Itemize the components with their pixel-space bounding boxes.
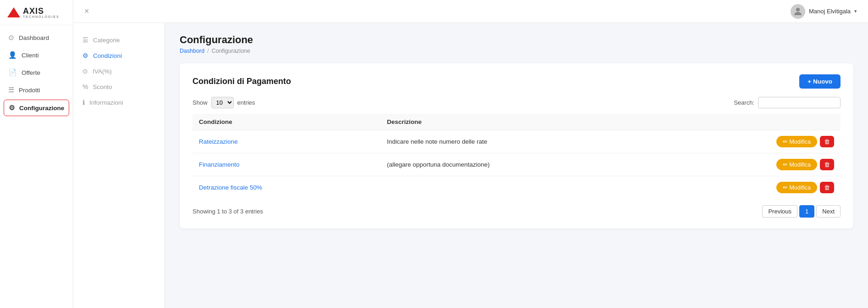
breadcrumb-current: Configurazione	[212, 48, 250, 54]
cell-actions: ✏ Modifica🗑	[666, 153, 841, 176]
entries-select[interactable]: 10 25 50	[211, 97, 234, 108]
cell-condizione: Detrazione fiscale 50%	[192, 176, 380, 199]
breadcrumb-separator: /	[207, 48, 209, 54]
sub-sidebar: ☰ Categorie ⚙ Condizioni ⊙ IVA(%) % Scon…	[73, 23, 165, 308]
prev-button[interactable]: Previous	[762, 205, 797, 218]
user-menu[interactable]: Manoj Elvitigala ▾	[791, 4, 857, 19]
sidebar-item-label: Prodotti	[19, 87, 40, 94]
iva-icon: ⊙	[82, 67, 88, 75]
condizioni-icon: ⚙	[82, 52, 88, 59]
cell-descrizione	[380, 176, 666, 199]
cell-actions: ✏ Modifica🗑	[666, 130, 841, 153]
cell-actions: ✏ Modifica🗑	[666, 176, 841, 199]
entries-label: entries	[237, 99, 255, 106]
card-header: Condizioni di Pagamento + Nuovo	[192, 74, 841, 89]
topbar: × Manoj Elvitigala ▾	[73, 0, 868, 23]
search-label: Search:	[734, 99, 754, 106]
sidebar-item-prodotti[interactable]: ☰ Prodotti	[0, 81, 73, 99]
page-header: Configurazione Dashbord / Configurazione	[180, 34, 853, 54]
user-avatar-icon	[792, 6, 803, 17]
data-table: Condizione Descrizione RateizzazioneIndi…	[192, 114, 841, 199]
page-content: Configurazione Dashbord / Configurazione…	[165, 23, 868, 308]
sub-nav-categorie[interactable]: ☰ Categorie	[73, 32, 165, 48]
col-actions	[666, 114, 841, 130]
sidebar-item-clienti[interactable]: 👤 Clienti	[0, 46, 73, 64]
delete-button[interactable]: 🗑	[820, 136, 834, 147]
modifica-button[interactable]: ✏ Modifica	[776, 136, 817, 147]
logo: AXIS TECHNOLOGIES	[0, 0, 73, 25]
sidebar-item-configurazione[interactable]: ⚙ Configurazione	[4, 100, 69, 116]
clienti-icon: 👤	[8, 51, 17, 59]
page-title: Configurazione	[180, 34, 853, 46]
card-title: Condizioni di Pagamento	[192, 77, 291, 86]
cell-descrizione: Indicare nelle note numero delle rate	[380, 130, 666, 153]
content-area: ☰ Categorie ⚙ Condizioni ⊙ IVA(%) % Scon…	[73, 23, 868, 308]
sidebar-item-dashboard[interactable]: ⊙ Dashboard	[0, 29, 73, 46]
svg-point-0	[796, 8, 800, 11]
col-condizione: Condizione	[192, 114, 380, 130]
logo-text-block: AXIS TECHNOLOGIES	[23, 6, 60, 18]
sub-nav-label: Condizioni	[93, 52, 122, 59]
offerte-icon: 📄	[8, 68, 17, 77]
sidebar-item-label: Dashboard	[19, 34, 49, 41]
logo-text: AXIS	[23, 6, 44, 16]
col-descrizione: Descrizione	[380, 114, 666, 130]
user-name: Manoj Elvitigala	[809, 8, 851, 15]
sub-nav-label: Categorie	[93, 37, 120, 44]
nuovo-button[interactable]: + Nuovo	[799, 74, 841, 89]
delete-button[interactable]: 🗑	[820, 182, 834, 193]
sidebar-item-label: Configurazione	[19, 105, 64, 112]
categorie-icon: ☰	[82, 36, 88, 44]
breadcrumb-home[interactable]: Dashbord	[180, 48, 204, 54]
sub-nav-label: IVA(%)	[93, 68, 112, 75]
sub-nav-label: Informazioni	[89, 99, 123, 106]
sidebar-item-label: Clienti	[22, 52, 39, 59]
dashboard-icon: ⊙	[8, 34, 14, 42]
logo-sub: TECHNOLOGIES	[23, 15, 60, 18]
search-input[interactable]	[758, 97, 841, 108]
cell-condizione: Rateizzazione	[192, 130, 380, 153]
show-label: Show	[192, 99, 208, 106]
cell-descrizione: (allegare opportuna documentazione)	[380, 153, 666, 176]
sidebar: AXIS TECHNOLOGIES ⊙ Dashboard 👤 Clienti …	[0, 0, 73, 308]
chevron-down-icon: ▾	[854, 8, 857, 14]
avatar	[791, 4, 805, 19]
sconto-icon: %	[82, 83, 88, 90]
table-row: Detrazione fiscale 50%✏ Modifica🗑	[192, 176, 841, 199]
entries-info: Showing 1 to 3 of 3 entries	[192, 208, 263, 215]
delete-button[interactable]: 🗑	[820, 159, 834, 170]
modifica-button[interactable]: ✏ Modifica	[776, 159, 817, 170]
sidebar-item-offerte[interactable]: 📄 Offerte	[0, 64, 73, 81]
main: × Manoj Elvitigala ▾ ☰ Categorie ⚙ Condi…	[73, 0, 868, 308]
sub-nav-iva[interactable]: ⊙ IVA(%)	[73, 63, 165, 79]
pagination: Previous 1 Next	[762, 205, 841, 218]
action-buttons: ✏ Modifica🗑	[673, 182, 834, 193]
search-box: Search:	[734, 97, 841, 108]
next-button[interactable]: Next	[816, 205, 841, 218]
page-1-button[interactable]: 1	[799, 205, 814, 218]
show-entries: Show 10 25 50 entries	[192, 97, 255, 108]
action-buttons: ✏ Modifica🗑	[673, 159, 834, 170]
action-buttons: ✏ Modifica🗑	[673, 136, 834, 147]
modifica-button[interactable]: ✏ Modifica	[776, 182, 817, 193]
sidebar-nav: ⊙ Dashboard 👤 Clienti 📄 Offerte ☰ Prodot…	[0, 25, 73, 308]
table-footer: Showing 1 to 3 of 3 entries Previous 1 N…	[192, 205, 841, 218]
configurazione-icon: ⚙	[9, 104, 15, 112]
prodotti-icon: ☰	[8, 86, 14, 94]
sub-nav-condizioni[interactable]: ⚙ Condizioni	[73, 48, 165, 63]
logo-triangle	[7, 7, 20, 17]
table-row: Finanziamento(allegare opportuna documen…	[192, 153, 841, 176]
close-button[interactable]: ×	[84, 6, 89, 16]
sub-nav-sconto[interactable]: % Sconto	[73, 79, 165, 95]
table-row: RateizzazioneIndicare nelle note numero …	[192, 130, 841, 153]
sub-nav-label: Sconto	[93, 84, 112, 90]
breadcrumb: Dashbord / Configurazione	[180, 48, 853, 54]
main-card: Condizioni di Pagamento + Nuovo Show 10 …	[180, 63, 853, 229]
sidebar-item-label: Offerte	[22, 69, 40, 76]
informazioni-icon: ℹ	[82, 99, 85, 106]
table-controls: Show 10 25 50 entries Search:	[192, 97, 841, 108]
sub-nav-informazioni[interactable]: ℹ Informazioni	[73, 95, 165, 110]
cell-condizione: Finanziamento	[192, 153, 380, 176]
